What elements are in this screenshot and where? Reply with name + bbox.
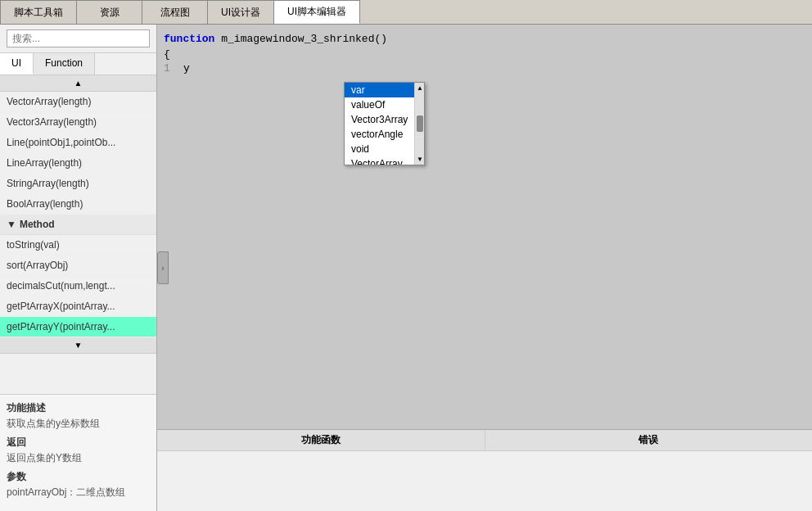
autocomplete-scroll-up-btn[interactable]: ▲ <box>415 83 425 93</box>
method-section-label: Method <box>20 219 55 230</box>
function-list: ▲ VectorArray(length) Vector3Array(lengt… <box>0 75 156 394</box>
tab-toolbox[interactable]: 脚本工具箱 <box>0 0 77 24</box>
function-sig: m_imagewindow_3_shrinked() <box>221 33 387 45</box>
autocomplete-item-var[interactable]: var <box>345 83 414 97</box>
code-input-row: 1 <box>164 62 805 75</box>
autocomplete-item-valueof[interactable]: valueOf <box>345 97 414 112</box>
autocomplete-item-vector3array[interactable]: Vector3Array <box>345 112 414 127</box>
list-item[interactable]: StringArray(length) <box>0 174 156 194</box>
list-item[interactable]: VectorArray(length) <box>0 92 156 112</box>
bottom-content <box>157 451 812 458</box>
search-input[interactable] <box>7 29 150 47</box>
desc-text: 获取点集的y坐标数组 <box>7 417 150 431</box>
list-item[interactable]: BoolArray(length) <box>0 194 156 215</box>
autocomplete-list: var valueOf Vector3Array vectorAngle voi… <box>345 83 414 165</box>
info-panel: 功能描述 获取点集的y坐标数组 返回 返回点集的Y数组 参数 pointArra… <box>0 394 156 511</box>
method-section-header[interactable]: ▼ Method <box>0 215 156 235</box>
method-item-getptarrayy[interactable]: getPtArrayY(pointArray... <box>0 317 156 337</box>
params-title: 参数 <box>7 470 150 484</box>
sub-tab-function[interactable]: Function <box>34 53 95 75</box>
tab-ui-designer[interactable]: UI设计器 <box>208 0 274 24</box>
list-item[interactable]: LineArray(length) <box>0 153 156 174</box>
code-open-brace: { <box>164 47 805 62</box>
method-item-decimalscut[interactable]: decimalsCut(num,lengt... <box>0 276 156 296</box>
bottom-header: 功能函数 错误 <box>157 430 812 451</box>
desc-title: 功能描述 <box>7 401 150 415</box>
scroll-up-btn[interactable]: ▲ <box>0 75 156 92</box>
autocomplete-item-vectorarray[interactable]: VectorArray <box>345 156 414 165</box>
method-item-getptarrayx[interactable]: getPtArrayX(pointArray... <box>0 296 156 317</box>
collapse-method-icon: ▼ <box>7 219 16 230</box>
autocomplete-scrollbar: ▲ ▼ <box>414 83 424 165</box>
autocomplete-item-void[interactable]: void <box>345 142 414 156</box>
scroll-down-btn[interactable]: ▼ <box>0 337 156 354</box>
autocomplete-scroll-thumb[interactable] <box>417 115 423 132</box>
tab-resources[interactable]: 资源 <box>77 0 142 24</box>
bottom-col-errors: 错误 <box>485 430 813 450</box>
return-title: 返回 <box>7 436 150 450</box>
autocomplete-item-vectorangle[interactable]: vectorAngle <box>345 127 414 142</box>
bottom-col-functions: 功能函数 <box>157 430 485 450</box>
tab-ui-editor[interactable]: UI脚本编辑器 <box>274 0 360 24</box>
line-number: 1 <box>164 62 177 75</box>
list-item[interactable]: Vector3Array(length) <box>0 112 156 133</box>
list-item[interactable]: Line(pointObj1,pointOb... <box>0 133 156 153</box>
params-text: pointArrayObj：二维点数组 <box>7 486 150 500</box>
editor-area[interactable]: function m_imagewindow_3_shrinked() { 1 … <box>157 25 812 429</box>
autocomplete-scroll-down-btn[interactable]: ▼ <box>415 154 425 165</box>
tab-flowchart[interactable]: 流程图 <box>142 0 208 24</box>
sub-tab-ui[interactable]: UI <box>0 53 34 75</box>
autocomplete-dropdown: var valueOf Vector3Array vectorAngle voi… <box>344 82 425 165</box>
right-panel-collapse-btn[interactable]: › <box>157 251 169 284</box>
bottom-panel: 功能函数 错误 <box>157 429 812 511</box>
return-text: 返回点集的Y数组 <box>7 451 150 465</box>
keyword-function: function <box>164 33 214 45</box>
method-item-sort[interactable]: sort(ArrayObj) <box>0 256 156 276</box>
code-editor-input[interactable] <box>183 62 200 75</box>
method-item-tostring[interactable]: toString(val) <box>0 235 156 256</box>
code-function-decl: function m_imagewindow_3_shrinked() <box>164 31 805 47</box>
